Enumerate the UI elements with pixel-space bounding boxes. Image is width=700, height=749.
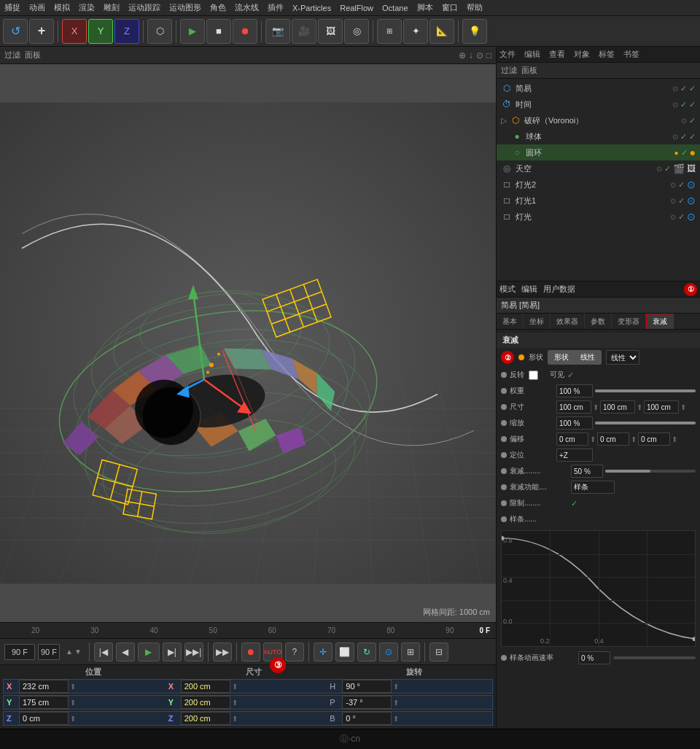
light-check[interactable]: ✓ — [678, 212, 685, 222]
list-item-tiankong[interactable]: ◎ 天空 ⊙ ✓ 🎬 🖼 — [497, 160, 700, 176]
size-x-value[interactable]: 200 cm — [181, 680, 230, 693]
light-button[interactable]: 💡 — [462, 19, 487, 44]
scale-tool-button[interactable]: ⬜ — [335, 643, 354, 661]
pos-z-value[interactable]: 0 cm — [19, 712, 69, 725]
list-item-yuanhuan[interactable]: ○ 圆环 ● ✓ ● — [497, 144, 700, 160]
size-x-field[interactable]: 200 cm ⬆ — [181, 680, 328, 693]
pos-x-value[interactable]: 232 cm — [19, 680, 69, 693]
rot-b-field[interactable]: 0 ° ⬆ — [342, 712, 489, 725]
menu-item-animation[interactable]: 动画 — [29, 2, 45, 13]
step-spin-dn[interactable]: ▼ — [74, 648, 82, 656]
panel-label-obj[interactable]: 面板 — [521, 65, 537, 76]
viewport-icon-4[interactable]: □ — [486, 50, 491, 61]
viewport-icon-3[interactable]: ⊙ — [476, 50, 483, 61]
menu-item-sculpt[interactable]: 雕刻 — [104, 2, 120, 13]
undo-button[interactable]: ↺ — [3, 19, 28, 44]
grid-button[interactable]: ⊞ — [377, 19, 402, 44]
light2-check[interactable]: ✓ — [678, 180, 685, 190]
weight-slider[interactable] — [595, 389, 696, 392]
list-item-light[interactable]: □ 灯光 ⊙ ✓ ⊙ — [497, 209, 700, 225]
light2-dot[interactable]: ⊙ — [687, 179, 696, 190]
rp-tab-bookmark[interactable]: 书签 — [623, 49, 639, 60]
tab-param[interactable]: 参数 — [585, 314, 612, 329]
shape-dropdown[interactable]: 线性 球形 方形 — [606, 350, 639, 365]
rot-h-value[interactable]: 90 ° — [342, 680, 392, 693]
pocui-expand-icon[interactable]: ▷ — [501, 116, 507, 125]
mode-btn-mode[interactable]: 模式 — [499, 284, 516, 295]
menu-item-help[interactable]: 帮助 — [467, 2, 483, 13]
snap-button[interactable]: ✦ — [403, 19, 428, 44]
qiuti-check2[interactable]: ✓ — [689, 132, 696, 141]
scale-slider[interactable] — [595, 422, 696, 424]
tab-effector[interactable]: 效果器 — [551, 314, 585, 329]
tab-coord[interactable]: 坐标 — [524, 314, 551, 329]
shape-tab-shape[interactable]: 形状 — [548, 351, 575, 364]
pivot-button[interactable]: ⊙ — [379, 643, 398, 661]
list-item-qiuti[interactable]: ● 球体 ⊙ ✓ ✓ — [497, 128, 700, 144]
tab-basic[interactable]: 基本 — [497, 314, 524, 329]
record-button[interactable]: ⏺ — [233, 19, 257, 44]
menu-item-xparticles[interactable]: X-Particles — [292, 4, 331, 12]
shape-tabs[interactable]: 形状 线性 — [548, 350, 602, 365]
pos-y-value[interactable]: 175 cm — [19, 696, 69, 709]
panel-label[interactable]: 面板 — [25, 50, 41, 61]
rp-tab-object[interactable]: 对象 — [574, 49, 590, 60]
decay-slider[interactable] — [605, 470, 696, 473]
size-y-field[interactable]: 200 cm ⬆ — [181, 696, 328, 709]
tiankong-vis-icon[interactable]: ⊙ — [656, 165, 662, 173]
menu-item-motiontrack[interactable]: 运动跟踪 — [128, 2, 160, 13]
measure-button[interactable]: 📐 — [429, 19, 454, 44]
reverse-checkbox[interactable] — [529, 370, 538, 380]
move-tool-button[interactable]: ✛ — [314, 643, 332, 661]
step-fwd-button[interactable]: ▶| — [163, 643, 182, 661]
visible-check[interactable]: ✓ — [567, 370, 574, 380]
stop-button[interactable]: ■ — [206, 19, 231, 44]
step-spin-up[interactable]: ▲ — [66, 648, 73, 656]
jianyi-vis-icon[interactable]: ⊙ — [672, 85, 678, 93]
viewport-3d[interactable]: 网格间距: 1000 cm — [0, 64, 496, 622]
scale-input[interactable] — [556, 416, 593, 430]
rot-p-value[interactable]: -37 ° — [342, 696, 392, 709]
tab-falloff[interactable]: 衰减 — [646, 314, 674, 329]
menu-item-simulate[interactable]: 模拟 — [54, 2, 70, 13]
spline-speed-input[interactable] — [578, 651, 610, 664]
decay-input[interactable] — [571, 465, 603, 478]
qiuti-check[interactable]: ✓ — [680, 132, 687, 141]
tab-deform[interactable]: 变形器 — [612, 314, 646, 329]
rp-tab-tag[interactable]: 标签 — [599, 49, 615, 60]
mode-btn-userdata[interactable]: 用户数据 — [543, 284, 575, 295]
rotate-tool-button[interactable]: ↻ — [357, 643, 376, 661]
offset-x-arrow[interactable]: ⬆ — [590, 435, 596, 443]
mode-btn-edit[interactable]: 编辑 — [521, 284, 537, 295]
light1-check[interactable]: ✓ — [678, 196, 685, 206]
offset-x-input[interactable] — [556, 432, 588, 446]
z-axis-button[interactable]: Z — [114, 19, 139, 44]
viewport-icon-1[interactable]: ⊕ — [459, 50, 466, 61]
menu-item-render[interactable]: 渲染 — [79, 2, 95, 13]
end-frame-input[interactable] — [38, 644, 60, 660]
pos-x-field[interactable]: 232 cm ⬆ — [19, 680, 166, 693]
limit-check[interactable]: ✓ — [571, 499, 578, 508]
size-z-input[interactable] — [644, 400, 679, 414]
pocui-vis-icon[interactable]: ⊙ — [681, 117, 687, 125]
size-y-input[interactable] — [600, 400, 635, 414]
size-z-arrow[interactable]: ⬆ — [680, 403, 686, 411]
list-item-jianyi[interactable]: ⬡ 简易 ⊙ ✓ ✓ — [497, 80, 700, 96]
goto-frame-button[interactable]: ▶▶ — [213, 643, 232, 661]
list-item-shijian[interactable]: ⏱ 时间 ⊙ ✓ ✓ — [497, 96, 700, 112]
shijian-check2[interactable]: ✓ — [689, 100, 696, 109]
size-y-value[interactable]: 200 cm — [181, 696, 230, 709]
menu-item-motiongraph[interactable]: 运动图形 — [169, 2, 201, 13]
menu-item-capture[interactable]: 捕捉 — [4, 2, 20, 13]
jianyi-check[interactable]: ✓ — [680, 84, 687, 93]
rot-b-value[interactable]: 0 ° — [342, 712, 392, 725]
menu-item-pipeline[interactable]: 流水线 — [235, 2, 259, 13]
light2-vis-icon[interactable]: ⊙ — [670, 181, 676, 189]
menu-item-script[interactable]: 脚本 — [417, 2, 433, 13]
weight-input[interactable] — [556, 384, 593, 397]
add-button[interactable]: + — [29, 19, 54, 44]
offset-y-arrow[interactable]: ⬆ — [631, 435, 637, 443]
list-item-pocui[interactable]: ▷ ⬡ 破碎（Voronoi） ⊙ ✓ — [497, 112, 700, 128]
filter-label[interactable]: 过滤 — [4, 50, 20, 61]
filter-label-obj[interactable]: 过滤 — [501, 65, 517, 76]
